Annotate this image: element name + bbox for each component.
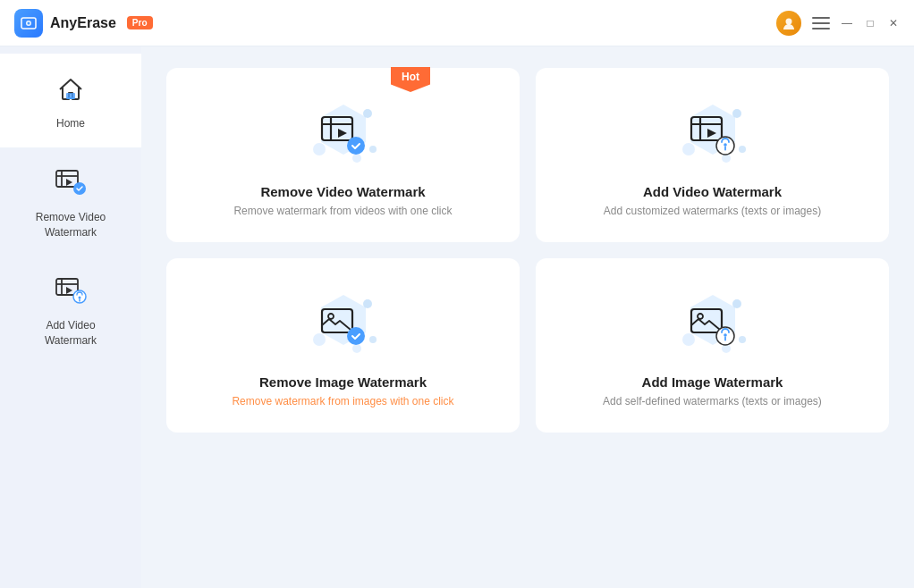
card-remove-image-watermark[interactable]: Remove Image Watermark Remove watermark … [166, 258, 520, 433]
svg-point-24 [369, 146, 377, 153]
minimize-button[interactable]: — [841, 17, 853, 29]
svg-point-30 [347, 137, 365, 155]
svg-marker-39 [707, 129, 716, 138]
content-area: Hot [141, 46, 914, 588]
card-icon-add-image [673, 290, 753, 362]
add-video-icon [51, 272, 90, 311]
card-icon-add-video [673, 100, 753, 172]
card-desc-add-video: Add customized watermarks (texts or imag… [604, 205, 821, 217]
svg-point-41 [724, 143, 727, 147]
svg-rect-8 [66, 93, 75, 99]
svg-rect-6 [812, 28, 830, 29]
svg-point-19 [79, 297, 81, 299]
svg-point-49 [328, 314, 334, 319]
card-title-remove-image: Remove Image Watermark [259, 374, 427, 390]
card-desc-remove-video: Remove watermark from videos with one cl… [233, 205, 452, 217]
main-layout: Home Remove VideoWatermark [0, 46, 914, 588]
svg-rect-26 [322, 117, 352, 140]
svg-point-3 [786, 18, 792, 24]
sidebar-item-remove-video[interactable]: Remove VideoWatermark [0, 147, 141, 256]
sidebar-label-remove-video: Remove VideoWatermark [36, 210, 106, 240]
card-desc-add-image: Add self-defined watermarks (texts or im… [603, 395, 822, 407]
cards-grid: Hot [166, 68, 889, 433]
maximize-button[interactable]: □ [864, 17, 876, 29]
card-icon-remove-video [303, 100, 384, 172]
card-icon-remove-image [303, 290, 384, 362]
svg-point-50 [347, 327, 365, 345]
sidebar-label-add-video: Add VideoWatermark [45, 318, 97, 349]
app-logo [14, 9, 43, 38]
svg-point-59 [724, 333, 727, 337]
menu-icon[interactable] [812, 17, 830, 29]
svg-point-46 [369, 336, 377, 343]
svg-marker-29 [338, 129, 347, 138]
sidebar-item-add-video[interactable]: Add VideoWatermark [0, 256, 141, 365]
svg-point-54 [739, 336, 746, 343]
title-bar: AnyErase Pro — □ ✕ [0, 0, 914, 46]
svg-marker-12 [66, 179, 72, 186]
card-title-add-video: Add Video Watermark [643, 184, 782, 199]
title-bar-right: — □ ✕ [776, 11, 900, 36]
svg-marker-17 [66, 287, 72, 294]
sidebar: Home Remove VideoWatermark [0, 46, 141, 588]
title-bar-left: AnyErase Pro [14, 9, 153, 38]
card-add-video-watermark[interactable]: Add Video Watermark Add customized water… [536, 68, 889, 242]
close-button[interactable]: ✕ [887, 17, 900, 29]
pro-badge: Pro [127, 16, 153, 29]
home-icon [51, 70, 90, 109]
card-title-add-image: Add Image Watermark [642, 374, 783, 390]
sidebar-label-home: Home [56, 116, 85, 131]
card-add-image-watermark[interactable]: Add Image Watermark Add self-defined wat… [536, 258, 889, 433]
avatar-icon[interactable] [776, 11, 801, 36]
remove-video-icon [51, 164, 90, 203]
sidebar-item-home[interactable]: Home [0, 54, 141, 147]
card-remove-video-watermark[interactable]: Hot [166, 68, 520, 242]
svg-rect-5 [812, 22, 830, 24]
svg-point-2 [28, 21, 30, 24]
hot-badge: Hot [391, 67, 430, 92]
card-title-remove-video: Remove Video Watermark [260, 184, 425, 199]
svg-rect-4 [812, 17, 830, 19]
card-desc-remove-image: Remove watermark from images with one cl… [232, 395, 453, 407]
svg-point-57 [698, 314, 703, 319]
svg-point-34 [739, 146, 746, 153]
app-name: AnyErase [50, 15, 116, 31]
svg-rect-36 [691, 117, 722, 140]
